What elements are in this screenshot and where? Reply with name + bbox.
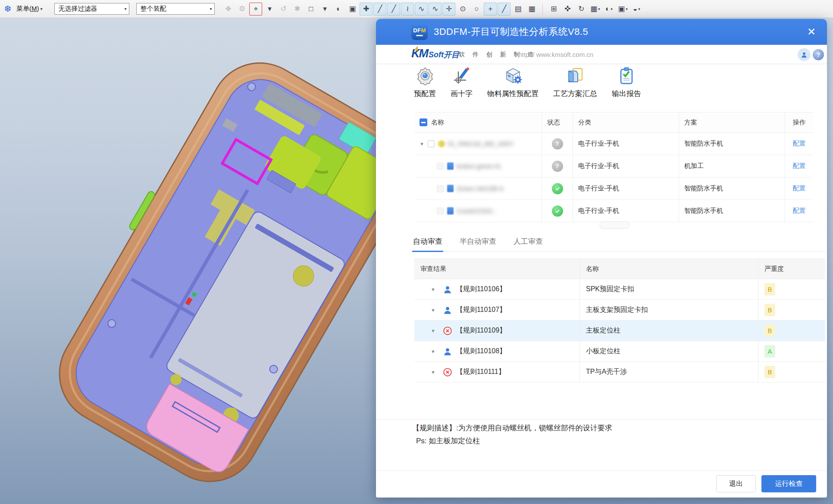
toolbar-assembly-sequence-icon[interactable]: ✱ (291, 3, 304, 16)
review-row[interactable]: ▼【规则110106】SPK预固定卡扣B (414, 279, 825, 300)
component-plan-cell: 机加工 (679, 155, 785, 177)
toolbar-move-component-icon[interactable]: ⌖ (249, 3, 262, 16)
component-row[interactable]: Crank22333...电子行业-手机智能防水手机配置 (414, 200, 813, 222)
row-checkbox[interactable] (428, 140, 435, 147)
toolbar-render-style-icon[interactable]: ◐▾ (602, 3, 615, 16)
configure-link[interactable]: 配置 (793, 140, 806, 148)
selection-filter-value: 无选择过滤器 (58, 5, 97, 13)
dropdown-caret-icon: ▾ (638, 7, 640, 11)
status-ok-icon (552, 205, 563, 217)
toolbar-zoom-window-icon[interactable]: ⊞ (547, 3, 560, 16)
toolbar-pan-view-icon[interactable]: ✜ (561, 3, 574, 16)
part-doc-icon (447, 207, 454, 215)
configure-link[interactable]: 配置 (793, 207, 806, 215)
review-row[interactable]: ▼【规则110107】主板支架预固定卡扣B (414, 300, 825, 320)
component-row[interactable]: button-green-N.?电子行业-手机机加工配置 (414, 155, 813, 177)
toolbar-clip-section-icon[interactable]: ◒▾ (630, 3, 643, 16)
toolbar-dynamic-handles-icon[interactable]: ✚ (360, 3, 373, 16)
ribbon-item-process-summary[interactable]: 工艺方案汇总 (553, 65, 597, 99)
column-header-label: 名称 (431, 118, 444, 127)
column-header-label: 操作 (793, 118, 806, 127)
review-rule-cell: ▼【规则110107】 (414, 300, 580, 320)
toolbar-move-component-caret-icon[interactable]: ▾ (263, 3, 276, 16)
toolbar-studio-spline-icon[interactable]: ∿ (415, 3, 428, 16)
row-checkbox[interactable] (437, 185, 444, 192)
rule-id: 【规则110106】 (456, 285, 506, 294)
scope-dropdown[interactable]: 整个装配 ▾ (136, 3, 215, 15)
component-plan: 智能防水手机 (684, 184, 723, 193)
scope-value: 整个装配 (140, 5, 166, 13)
part-doc-icon (447, 162, 454, 170)
toolbar-solid-body-icon[interactable]: ▣ (346, 3, 359, 16)
toolbar-assembly-explode-icon[interactable]: ❖ (222, 3, 235, 16)
toolbar-plus-icon[interactable]: + (484, 3, 497, 16)
toolbar-point-icon[interactable]: ⊙ (456, 3, 469, 16)
ribbon-item-preconfig[interactable]: 预配置 (414, 65, 436, 99)
menu-label: 菜单( (16, 5, 31, 12)
review-row[interactable]: ▼【规则110111】TP与A壳干涉B (414, 362, 825, 383)
toolbar-select-marquee-icon[interactable]: □ (304, 3, 317, 16)
rule-name: 主板定位柱 (586, 326, 620, 335)
component-row[interactable]: Green-NA15B-4.电子行业-手机智能防水手机配置 (414, 177, 813, 200)
table-collapse-handle[interactable] (600, 221, 629, 229)
toolbar-reposition-component-icon[interactable]: ↺ (277, 3, 290, 16)
status-unknown-icon: ? (552, 138, 563, 149)
toolbar-fit-curve-icon[interactable]: ∿ (429, 3, 442, 16)
expand-caret-icon[interactable]: ▼ (431, 349, 435, 354)
ribbon-item-draw-cross[interactable]: 画十字 (451, 65, 473, 99)
tab-1[interactable]: 半自动审查 (459, 233, 497, 251)
dropdown-caret-icon: ▾ (124, 6, 126, 11)
configure-link[interactable]: 配置 (793, 184, 806, 193)
toolbar-arc-icon[interactable]: ○ (470, 3, 483, 16)
component-category-cell: 电子行业-手机 (573, 177, 679, 199)
toolbar-sketch-line-icon[interactable]: ╱ (373, 3, 386, 16)
ribbon-item-label: 工艺方案汇总 (553, 89, 597, 99)
toolbar-assembly-constraints-icon[interactable]: ⚙ (235, 3, 248, 16)
toolbar-rotate-view-icon[interactable]: ↻ (575, 3, 588, 16)
close-icon[interactable]: ✕ (805, 25, 818, 39)
expand-caret-icon[interactable]: ▼ (431, 328, 435, 333)
dialog-titlebar[interactable]: DFM 3DDFM-开目可制造性分析系统V8.5 ✕ (376, 19, 827, 45)
component-action-cell: 配置 (785, 155, 813, 177)
ribbon-item-output-report[interactable]: 输出报告 (612, 65, 641, 99)
toolbar-datum-axis-icon[interactable]: ✛ (442, 3, 455, 16)
expand-caret-icon[interactable]: ▼ (431, 308, 435, 313)
toolbar-sheet-body-icon[interactable]: ▤ (511, 3, 524, 16)
component-action-cell: 配置 (785, 133, 813, 155)
tab-0[interactable]: 自动审查 (412, 233, 443, 251)
toolbar-select-marquee-caret-icon[interactable]: ▾ (318, 3, 331, 16)
toolbar-sketch-fillet-icon[interactable]: ≀ (401, 3, 414, 16)
toolbar-sketch-line-2-icon[interactable]: ╱ (387, 3, 400, 16)
expand-caret-icon[interactable]: ▼ (431, 287, 435, 292)
configure-link[interactable]: 配置 (793, 162, 806, 170)
row-checkbox[interactable] (437, 163, 444, 170)
ribbon-item-label: 预配置 (414, 89, 436, 99)
help-icon[interactable]: ? (813, 49, 824, 60)
selection-filter-dropdown[interactable]: 无选择过滤器 ▾ (54, 3, 129, 15)
expand-caret-icon[interactable]: ▼ (431, 370, 435, 375)
component-row[interactable]: ▼01_PA6134_MD_A55Y?电子行业-手机智能防水手机配置 (414, 133, 813, 155)
exit-button[interactable]: 退出 (716, 475, 756, 492)
run-check-button[interactable]: 运行检查 (761, 475, 816, 492)
review-row[interactable]: ▼【规则110109】主板定位柱B (414, 320, 825, 341)
component-name-blurred: 01_PA6134_MD_A55Y (448, 140, 514, 147)
tab-2[interactable]: 人工审查 (513, 233, 544, 251)
expand-caret-icon[interactable]: ▼ (420, 141, 424, 146)
toolbar-datum-grid-icon[interactable]: ▦ (525, 3, 538, 16)
user-account-icon[interactable] (798, 48, 811, 61)
severity-badge: A (764, 345, 775, 358)
row-checkbox[interactable] (437, 208, 444, 215)
toolbar-view-layout-icon[interactable]: ▦▾ (589, 3, 601, 16)
severity-badge: B (764, 324, 775, 337)
rule-id: 【规则110111】 (456, 367, 505, 376)
toolbar-view-orient-icon[interactable]: ▣▾ (616, 3, 629, 16)
menu-button[interactable]: 菜单(M) ▾ (14, 3, 45, 15)
rule-id: 【规则110109】 (456, 326, 506, 335)
toolbar-shaded-view-icon[interactable]: ◐ (332, 3, 345, 16)
ribbon-item-material-preconfig[interactable]: 物料属性预配置 (487, 65, 539, 99)
review-row[interactable]: ▼【规则110108】小板定位柱A (414, 341, 825, 362)
select-all-checkbox[interactable] (420, 118, 427, 126)
components-table: 名称状态分类方案操作▼01_PA6134_MD_A55Y?电子行业-手机智能防水… (414, 112, 813, 222)
dfm-analysis-dialog: DFM 3DDFM-开目可制造性分析系统V8.5 ✕ KMSoft开目 软 件 … (376, 19, 827, 498)
toolbar-profile-line-icon[interactable]: ╱ (498, 3, 510, 16)
